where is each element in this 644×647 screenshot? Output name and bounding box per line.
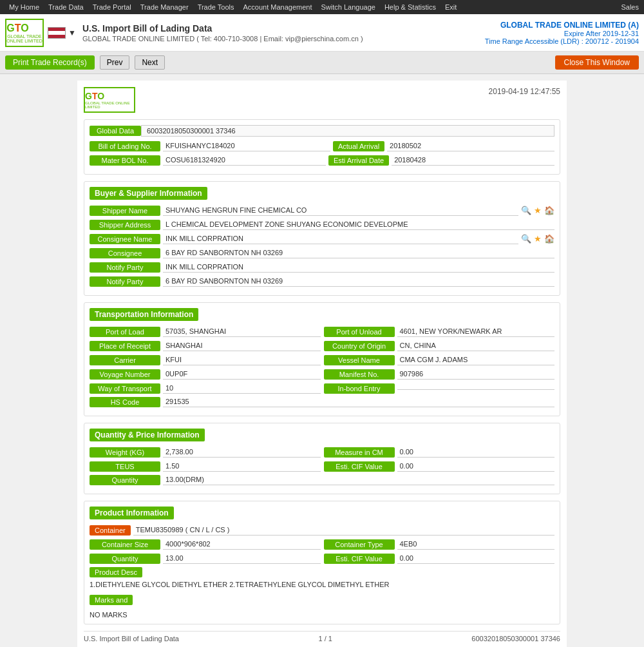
consignee-search-icon[interactable]: 🔍 [521,234,531,244]
document-footer: U.S. Import Bill of Lading Data 1 / 1 60… [84,631,560,646]
container-size-value: 4000*906*802 [163,539,321,550]
nav-my-home[interactable]: My Home [5,3,43,11]
logo: GTO GLOBAL TRADEONLINE LIMITED [5,19,44,47]
shipper-star-icon[interactable]: ★ [534,206,542,215]
transportation-title: Transportation Information [90,308,198,321]
country-origin-value: CN, CHINA [397,340,555,351]
weight-value: 2,738.00 [163,447,321,458]
next-button-top[interactable]: Next [135,55,165,70]
shipper-name-value: SHUYANG HENGRUN FINE CHEMICAL CO [163,205,518,216]
header-subtitle: GLOBAL TRADE ONLINE LIMITED ( Tel: 400-7… [82,35,485,43]
nav-trade-portal[interactable]: Trade Portal [89,3,135,11]
nav-help-statistics[interactable]: Help & Statistics [381,3,440,11]
container-details: Container Size 4000*906*802 Container Ty… [90,539,554,564]
product-esti-cif-row: Esti. CIF Value 0.00 [324,553,555,564]
carrier-label: Carrier [90,355,160,365]
product-section: Product Information Container TEMU835098… [84,501,560,624]
esti-cif-value: 0.00 [397,461,555,472]
document-timestamp: 2019-04-19 12:47:55 [489,87,560,96]
product-esti-cif-label: Esti. CIF Value [324,554,395,564]
doc-footer-right: 60032018050300001 37346 [471,635,560,642]
notify-party1-label: Notify Party [90,262,160,273]
weight-row: Weight (KG) 2,738.00 [90,447,321,458]
measure-cm-label: Measure in CM [324,447,395,458]
document-header: GTO GLOBAL TRADE ONLINE LIMITED 2019-04-… [84,87,560,113]
port-unload-label: Port of Unload [324,327,395,337]
doc-logo-sub: GLOBAL TRADE ONLINE LIMITED [85,101,134,109]
notify-party1-value: INK MILL CORPRATION [163,262,554,273]
close-button-top[interactable]: Close This Window [555,55,639,70]
buyer-supplier-title: Buyer & Supplier Information [90,187,207,200]
logo-area: GTO GLOBAL TRADEONLINE LIMITED ▼ [5,19,76,47]
bol-value: KFUISHANYC184020 [163,140,330,151]
consignee-star-icon[interactable]: ★ [534,234,542,244]
hs-code-row: HS Code 291535 [90,396,554,407]
container-row: Container TEMU8350989 ( CN / L / CS ) [90,525,554,536]
header-middle: U.S. Import Bill of Lading Data GLOBAL T… [76,23,485,43]
shipper-name-row: Shipper Name SHUYANG HENGRUN FINE CHEMIC… [90,205,554,216]
flag-area: ▼ [48,27,76,39]
measure-cm-row: Measure in CM 0.00 [324,447,555,458]
buyer-supplier-section: Buyer & Supplier Information Shipper Nam… [84,181,560,296]
esti-arrival-label: Esti Arrival Date [328,155,389,166]
voyage-number-label: Voyage Number [90,369,160,380]
notify-party2-value: 6 BAY RD SANBORNTON NH 03269 [163,276,554,287]
mater-bol-value: COSU6181324920 [163,155,326,166]
manifest-no-value: 907986 [397,369,555,380]
voyage-number-value: 0UP0F [163,369,321,380]
consignee-home-icon[interactable]: 🏠 [544,234,554,244]
nav-menu: My Home Trade Data Trade Portal Trade Ma… [5,3,460,11]
actual-arrival-label: Actual Arrival [333,141,384,151]
way-transport-label: Way of Transport [90,383,160,394]
top-toolbar: Print Trade Record(s) Prev Next Close Th… [0,52,644,74]
vessel-name-row: Vessel Name CMA CGM J. ADAMS [324,354,555,365]
esti-cif-row: Esti. CIF Value 0.00 [324,461,555,472]
transportation-section: Transportation Information Port of Load … [84,302,560,416]
way-transport-value: 10 [163,383,321,394]
header-right: GLOBAL TRADE ONLINE LIMITED (A) Expire A… [485,21,639,45]
mater-bol-row: Mater BOL No. COSU6181324920 Esti Arriva… [90,155,554,166]
quantity-title: Quantity & Price Information [90,429,205,441]
print-button-top[interactable]: Print Trade Record(s) [5,55,95,70]
header-bar: GTO GLOBAL TRADEONLINE LIMITED ▼ U.S. Im… [0,14,644,52]
carrier-row: Carrier KFUI [90,354,321,365]
port-load-row: Port of Load 57035, SHANGHAI [90,326,321,337]
global-data-value: 60032018050300001 37346 [141,125,554,137]
shipper-home-icon[interactable]: 🏠 [544,206,554,215]
vessel-name-label: Vessel Name [324,355,395,365]
quantity-value: 13.00(DRM) [163,474,554,485]
main-document: GTO GLOBAL TRADE ONLINE LIMITED 2019-04-… [77,81,567,647]
notify-party1-row: Notify Party INK MILL CORPRATION [90,262,554,273]
esti-cif-label: Esti. CIF Value [324,461,395,472]
bol-row: Bill of Lading No. KFUISHANYC184020 Actu… [90,140,554,151]
in-bond-entry-label: In-bond Entry [324,383,395,394]
quantity-row: Quantity 13.00(DRM) [90,474,554,485]
country-origin-row: Country of Origin CN, CHINA [324,340,555,351]
global-data-label: Global Data [90,126,141,136]
container-value: TEMU8350989 ( CN / L / CS ) [133,525,554,536]
bol-label: Bill of Lading No. [90,141,160,151]
nav-trade-data[interactable]: Trade Data [44,3,88,11]
logo-text: GTO [6,23,43,34]
place-receipt-row: Place of Receipt SHANGHAI [90,340,321,351]
doc-logo-image: GTO GLOBAL TRADE ONLINE LIMITED [84,87,135,113]
nav-trade-tools[interactable]: Trade Tools [194,3,238,11]
vessel-name-value: CMA CGM J. ADAMS [397,354,555,365]
marks-label: Marks and [90,595,133,605]
port-unload-value: 4601, NEW YORK/NEWARK AR [397,326,555,337]
company-name: GLOBAL TRADE ONLINE LIMITED (A) [485,21,639,30]
product-desc-label: Product Desc [90,567,142,577]
quantity-section: Quantity & Price Information Weight (KG)… [84,423,560,494]
top-navigation: My Home Trade Data Trade Portal Trade Ma… [0,0,644,14]
shipper-search-icon[interactable]: 🔍 [521,206,531,215]
way-transport-row: Way of Transport 10 [90,383,321,394]
us-flag [48,27,66,39]
nav-exit[interactable]: Exit [441,3,460,11]
nav-account-management[interactable]: Account Management [240,3,316,11]
shipper-name-label: Shipper Name [90,206,160,216]
prev-button-top[interactable]: Prev [100,55,130,70]
nav-switch-language[interactable]: Switch Language [317,3,379,11]
nav-trade-manager[interactable]: Trade Manager [137,3,193,11]
doc-logo: GTO GLOBAL TRADE ONLINE LIMITED [84,87,135,113]
mater-bol-label: Mater BOL No. [90,155,160,166]
